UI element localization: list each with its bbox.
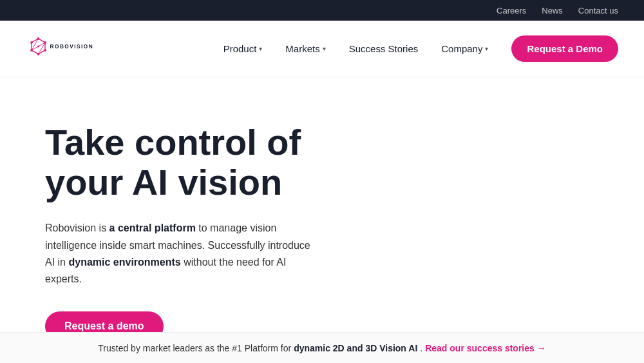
svg-text:ROBOVISION: ROBOVISION xyxy=(50,43,94,49)
svg-point-6 xyxy=(30,41,33,44)
svg-point-3 xyxy=(44,49,46,52)
trust-text-after: . xyxy=(420,343,422,353)
hero-bold-2: dynamic environments xyxy=(68,257,180,268)
navbar: ROBOVISION Product ▾ Markets ▾ Success S… xyxy=(0,21,644,77)
trust-bar: Trusted by market leaders as the #1 Plat… xyxy=(0,332,644,363)
topbar-news-link[interactable]: News xyxy=(542,6,563,15)
logo[interactable]: ROBOVISION xyxy=(26,33,103,65)
product-chevron-icon: ▾ xyxy=(259,45,262,52)
company-chevron-icon: ▾ xyxy=(485,45,488,52)
topbar-contact-link[interactable]: Contact us xyxy=(578,6,618,15)
hero-bold-1: a central platform xyxy=(109,222,196,233)
request-demo-nav-button[interactable]: Request a Demo xyxy=(511,35,618,62)
nav-links: Product ▾ Markets ▾ Success Stories Comp… xyxy=(223,43,489,54)
trust-link[interactable]: Read our success stories → xyxy=(425,343,546,353)
top-bar: Careers News Contact us xyxy=(0,0,644,21)
hero-description: Robovision is a central platform to mana… xyxy=(45,220,316,288)
svg-point-10 xyxy=(37,45,39,47)
trust-highlight: dynamic 2D and 3D Vision AI xyxy=(294,343,417,353)
markets-chevron-icon: ▾ xyxy=(323,45,326,52)
nav-success-stories[interactable]: Success Stories xyxy=(349,43,419,54)
topbar-careers-link[interactable]: Careers xyxy=(497,6,526,15)
hero-title: Take control of your AI vision xyxy=(45,123,335,202)
hero-section: Take control of your AI vision Robovisio… xyxy=(0,77,361,363)
page: Careers News Contact us xyxy=(0,0,644,363)
nav-markets[interactable]: Markets ▾ xyxy=(285,43,325,54)
nav-company[interactable]: Company ▾ xyxy=(441,43,488,54)
logo-svg: ROBOVISION xyxy=(26,33,103,65)
nav-product[interactable]: Product ▾ xyxy=(223,43,263,54)
trust-text-before: Trusted by market leaders as the #1 Plat… xyxy=(98,343,291,353)
